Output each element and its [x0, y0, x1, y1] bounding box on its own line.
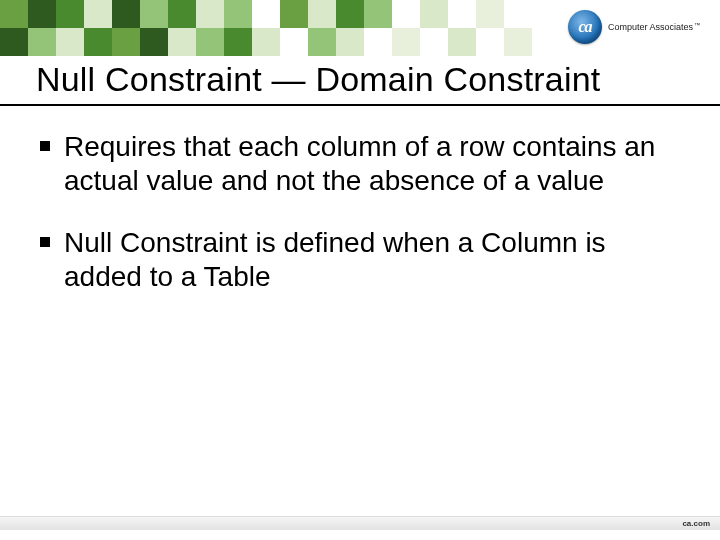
mosaic-cell — [476, 28, 504, 56]
mosaic-cell — [224, 28, 252, 56]
mosaic-cell — [84, 0, 112, 28]
mosaic-cell — [420, 0, 448, 28]
mosaic-cell — [168, 0, 196, 28]
slide-body: Requires that each column of a row conta… — [40, 130, 680, 323]
mosaic-cell — [504, 0, 532, 28]
mosaic-cell — [224, 0, 252, 28]
mosaic-cell — [280, 28, 308, 56]
mosaic-cell — [112, 28, 140, 56]
bullet-text: Requires that each column of a row conta… — [64, 130, 680, 198]
mosaic-cell — [0, 28, 28, 56]
mosaic-cell — [0, 0, 28, 28]
title-underline — [0, 104, 720, 106]
mosaic-cell — [336, 0, 364, 28]
brand-company-text: Computer Associates — [608, 22, 693, 32]
brand-logo: ca Computer Associates ™ — [568, 10, 700, 44]
mosaic-cell — [112, 0, 140, 28]
mosaic-cell — [336, 28, 364, 56]
mosaic-cell — [392, 0, 420, 28]
mosaic-cell — [532, 28, 560, 56]
mosaic-cell — [280, 0, 308, 28]
mosaic-cell — [476, 0, 504, 28]
footer-link-text: ca.com — [682, 519, 710, 528]
mosaic-cell — [420, 28, 448, 56]
brand-tm: ™ — [694, 22, 700, 28]
mosaic-cell — [364, 28, 392, 56]
bullet-text: Null Constraint is defined when a Column… — [64, 226, 680, 294]
mosaic-cell — [504, 28, 532, 56]
mosaic-cell — [28, 0, 56, 28]
mosaic-cell — [448, 0, 476, 28]
footer-bar — [0, 516, 720, 530]
mosaic-cell — [28, 28, 56, 56]
mosaic-cell — [532, 0, 560, 28]
mosaic-cell — [308, 28, 336, 56]
mosaic-cell — [308, 0, 336, 28]
mosaic-cell — [56, 28, 84, 56]
slide-title: Null Constraint — Domain Constraint — [36, 60, 690, 99]
mosaic-cell — [168, 28, 196, 56]
slide: ca Computer Associates ™ Null Constraint… — [0, 0, 720, 540]
logo-letters: ca — [578, 18, 591, 36]
bullet-marker-icon — [40, 237, 50, 247]
mosaic-cell — [56, 0, 84, 28]
mosaic-cell — [252, 0, 280, 28]
bullet-marker-icon — [40, 141, 50, 151]
bullet-item: Requires that each column of a row conta… — [40, 130, 680, 198]
mosaic-cell — [252, 28, 280, 56]
mosaic-cell — [364, 0, 392, 28]
mosaic-cell — [140, 0, 168, 28]
mosaic-cell — [196, 28, 224, 56]
logo-badge-icon: ca — [568, 10, 602, 44]
mosaic-cell — [140, 28, 168, 56]
bullet-item: Null Constraint is defined when a Column… — [40, 226, 680, 294]
mosaic-cell — [196, 0, 224, 28]
brand-name: Computer Associates ™ — [608, 22, 700, 32]
title-area: Null Constraint — Domain Constraint — [36, 60, 690, 99]
mosaic-cell — [392, 28, 420, 56]
mosaic-cell — [448, 28, 476, 56]
mosaic-cell — [84, 28, 112, 56]
